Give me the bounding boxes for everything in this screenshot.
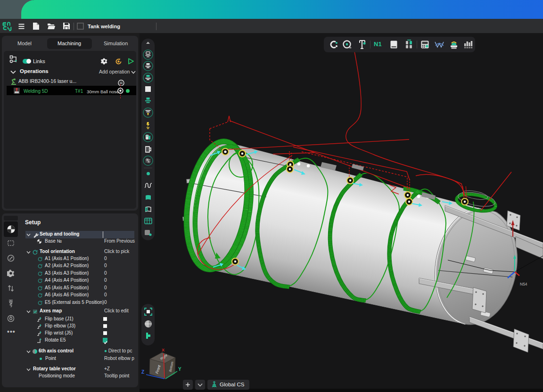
svg-text:X: X <box>162 348 165 352</box>
svg-text:Z: Z <box>141 369 144 375</box>
svg-text:N54: N54 <box>520 282 527 286</box>
svg-text:Y: Y <box>178 367 181 372</box>
